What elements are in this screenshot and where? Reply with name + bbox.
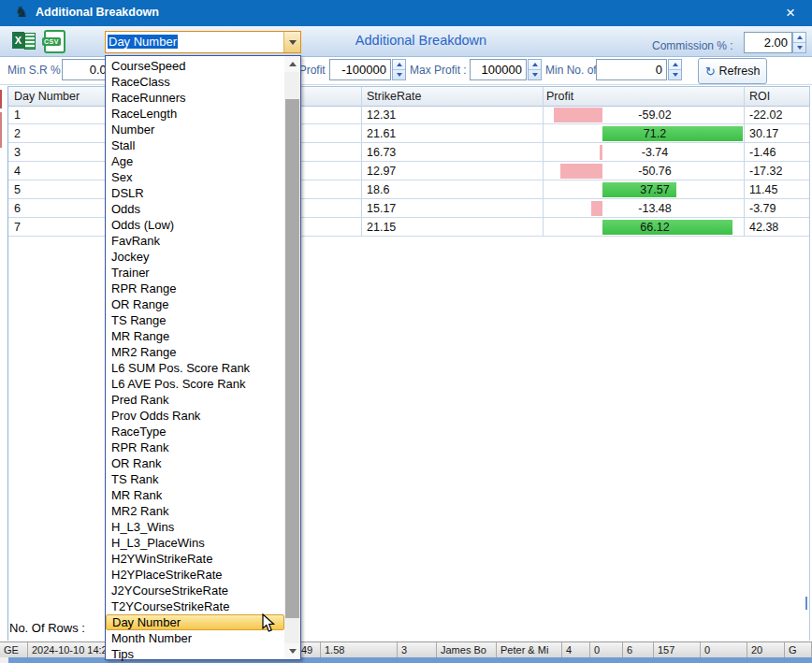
refresh-button[interactable]: ↻ Refresh bbox=[698, 58, 767, 84]
spin-up-icon[interactable] bbox=[532, 63, 538, 66]
cell-day-number: 7 bbox=[14, 221, 21, 234]
scroll-up-button[interactable] bbox=[284, 56, 300, 72]
breakdown-field-combobox[interactable]: Day Number bbox=[105, 31, 301, 53]
dropdown-item[interactable]: Month Number bbox=[106, 630, 284, 646]
export-csv-button[interactable]: CSV bbox=[44, 30, 65, 53]
dropdown-item[interactable]: DSLR bbox=[106, 185, 284, 201]
cell-day-number: 4 bbox=[14, 165, 21, 178]
cell-day-number: 6 bbox=[14, 202, 21, 215]
cell-strike-rate: 12.31 bbox=[367, 108, 396, 122]
commission-input[interactable]: 2.00 bbox=[744, 32, 792, 53]
min-profit-input[interactable]: -100000 bbox=[329, 59, 391, 80]
dropdown-item[interactable]: RPR Rank bbox=[106, 440, 284, 455]
csv-icon: CSV bbox=[42, 37, 61, 46]
dropdown-item[interactable]: MR2 Range bbox=[106, 344, 284, 360]
dropdown-item[interactable]: Prov Odds Rank bbox=[106, 408, 284, 424]
dropdown-item[interactable]: Jockey bbox=[106, 249, 284, 265]
column-header[interactable]: StrikeRate bbox=[367, 90, 421, 103]
dropdown-item[interactable]: RPR Range bbox=[106, 281, 284, 296]
max-profit-stepper[interactable] bbox=[528, 59, 542, 80]
cell-roi: -1.46 bbox=[749, 146, 776, 159]
dropdown-item[interactable]: RaceClass bbox=[106, 74, 284, 90]
background-grid-cell: 20 bbox=[747, 642, 785, 658]
spin-up-icon[interactable] bbox=[397, 63, 402, 66]
dropdown-item[interactable]: Age bbox=[106, 153, 284, 169]
dropdown-item[interactable]: Trainer bbox=[106, 265, 284, 281]
dropdown-item[interactable]: MR Rank bbox=[106, 487, 284, 503]
commission-label: Commission % : bbox=[652, 39, 733, 52]
spin-down-icon[interactable] bbox=[797, 46, 803, 50]
dropdown-scrollbar[interactable] bbox=[284, 56, 300, 659]
dropdown-item[interactable]: Pred Rank bbox=[106, 392, 284, 408]
dropdown-item[interactable]: Odds (Low) bbox=[106, 217, 284, 233]
title-bar: ♞ Additional Breakdown × bbox=[0, 0, 812, 26]
background-grid-cell: GE bbox=[0, 642, 28, 658]
cell-profit: 37.57 bbox=[573, 183, 737, 196]
refresh-icon: ↻ bbox=[705, 65, 716, 79]
column-header[interactable]: ROI bbox=[749, 90, 770, 103]
scroll-down-icon bbox=[289, 649, 297, 654]
cell-roi: -17.32 bbox=[749, 165, 782, 178]
dropdown-item[interactable]: L6 SUM Pos. Score Rank bbox=[106, 360, 284, 376]
dropdown-item[interactable]: T2YCourseStrikeRate bbox=[106, 598, 284, 614]
dropdown-item[interactable]: MR2 Rank bbox=[106, 503, 284, 519]
dropdown-item[interactable]: L6 AVE Pos. Score Rank bbox=[106, 376, 284, 392]
max-profit-label: Max Profit : bbox=[410, 64, 467, 77]
dropdown-item[interactable]: Number bbox=[106, 122, 284, 137]
column-header[interactable]: Day Number bbox=[14, 90, 80, 103]
scrollbar-thumb[interactable] bbox=[285, 99, 299, 618]
min-profit-stepper[interactable] bbox=[392, 59, 406, 80]
dropdown-item[interactable]: Day Number bbox=[106, 614, 284, 630]
cell-roi: -22.02 bbox=[749, 108, 782, 122]
combobox-dropdown-button[interactable] bbox=[283, 32, 300, 52]
spin-down-icon[interactable] bbox=[673, 73, 678, 77]
spin-up-icon[interactable] bbox=[673, 63, 678, 66]
excel-icon: X bbox=[12, 32, 24, 49]
dropdown-item[interactable]: MR Range bbox=[106, 328, 284, 344]
dropdown-item[interactable]: RaceRunners bbox=[106, 90, 284, 106]
rows-count-label: No. Of Rows : bbox=[9, 621, 85, 635]
column-header[interactable]: Profit bbox=[546, 90, 573, 103]
dropdown-item[interactable]: RaceType bbox=[106, 424, 284, 440]
min-sr-label: Min S.R % : bbox=[7, 64, 66, 77]
min-bets-input[interactable]: 0 bbox=[596, 59, 667, 80]
dropdown-item[interactable]: OR Range bbox=[106, 296, 284, 312]
dropdown-item[interactable]: TS Rank bbox=[106, 471, 284, 487]
scroll-down-button[interactable] bbox=[284, 643, 300, 659]
cell-profit: 66.12 bbox=[573, 221, 737, 234]
toolbar: X CSV Day Number Additional Breakdown Co… bbox=[0, 26, 812, 57]
spin-down-icon[interactable] bbox=[532, 73, 538, 77]
dropdown-item[interactable]: Sex bbox=[106, 169, 284, 185]
cell-strike-rate: 21.61 bbox=[367, 127, 396, 140]
spin-up-icon[interactable] bbox=[797, 36, 803, 39]
dropdown-item[interactable]: TS Range bbox=[106, 312, 284, 328]
min-bets-stepper[interactable] bbox=[668, 59, 682, 80]
cell-roi: -3.79 bbox=[749, 202, 776, 215]
cell-strike-rate: 12.97 bbox=[367, 165, 396, 178]
spin-down-icon[interactable] bbox=[397, 73, 402, 77]
refresh-label: Refresh bbox=[719, 65, 761, 78]
dropdown-item[interactable]: H_L3_Wins bbox=[106, 519, 284, 535]
dropdown-item[interactable]: RaceLength bbox=[106, 106, 284, 122]
close-icon[interactable]: × bbox=[778, 2, 803, 24]
dropdown-item[interactable]: H2YWinStrikeRate bbox=[106, 551, 284, 567]
export-excel-button[interactable]: X bbox=[12, 30, 36, 50]
background-grid-cell: James Bo bbox=[437, 642, 497, 658]
background-grid-cell: 157 bbox=[654, 642, 701, 658]
commission-stepper[interactable] bbox=[792, 32, 806, 53]
dropdown-item[interactable]: FavRank bbox=[106, 233, 284, 249]
background-grid-cell: 0 bbox=[590, 642, 623, 658]
dropdown-item[interactable]: OR Rank bbox=[106, 455, 284, 471]
dropdown-item[interactable]: Tips bbox=[106, 646, 284, 662]
dropdown-item[interactable]: Odds bbox=[106, 201, 284, 217]
combobox-selected-value: Day Number bbox=[108, 35, 178, 49]
dropdown-item[interactable]: H2YPlaceStrikeRate bbox=[106, 567, 284, 583]
panel-title: Additional Breakdown bbox=[309, 33, 533, 48]
dropdown-item[interactable]: CourseSpeed bbox=[106, 58, 284, 74]
dropdown-item[interactable]: Stall bbox=[106, 137, 284, 153]
dropdown-item[interactable]: J2YCourseStrikeRate bbox=[106, 583, 284, 598]
background-grid-cell: 3 bbox=[398, 642, 437, 658]
max-profit-input[interactable]: 100000 bbox=[470, 59, 527, 80]
dropdown-item[interactable]: H_L3_PlaceWins bbox=[106, 535, 284, 551]
background-grid-cell: Peter & Mi bbox=[497, 642, 562, 658]
